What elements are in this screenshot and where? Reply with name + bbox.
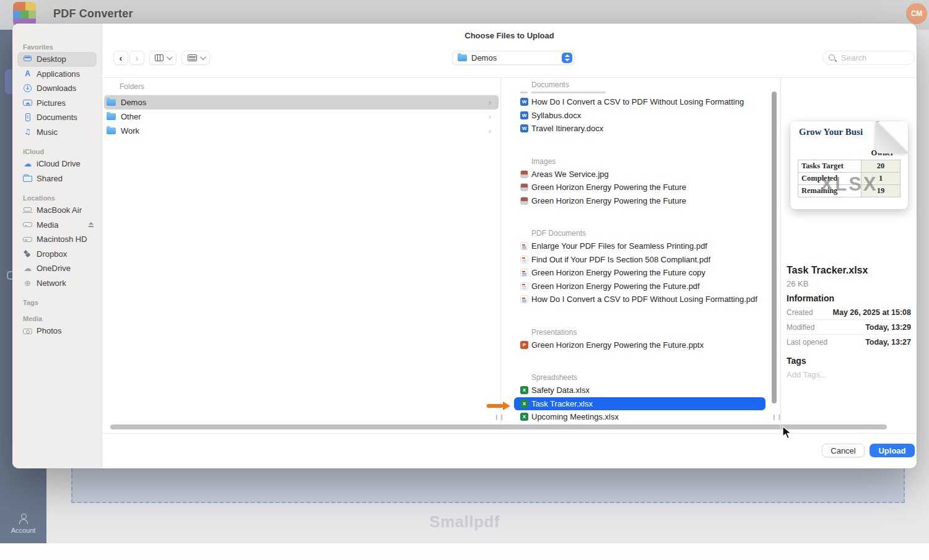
files-column: Documents WHow Do I Convert a CSV to PDF… xyxy=(503,77,770,430)
pdf-file-icon xyxy=(520,295,528,303)
file-row[interactable]: Find Out if Your PDF Is Section 508 Comp… xyxy=(503,253,770,267)
file-row[interactable]: How Do I Convert a CSV to PDF Without Lo… xyxy=(503,293,770,306)
file-section-documents: Documents WHow Do I Convert a CSV to PDF… xyxy=(503,79,770,136)
sidebar-item-dropbox[interactable]: Dropbox xyxy=(17,247,97,262)
column-view-button[interactable] xyxy=(149,51,177,65)
excel-file-icon: X xyxy=(520,413,528,421)
vertical-scrollbar[interactable] xyxy=(772,92,777,403)
sidebar-item-music[interactable]: Music xyxy=(17,125,97,140)
cancel-button[interactable]: Cancel xyxy=(822,444,865,457)
chevron-down-icon xyxy=(167,54,173,60)
section-header: Documents xyxy=(531,79,770,91)
folder-row-demos[interactable]: Demos› xyxy=(104,95,499,110)
sidebar-item-media[interactable]: Media xyxy=(17,218,97,233)
user-avatar[interactable]: CM xyxy=(906,3,927,24)
file-row[interactable]: PGreen Horizon Energy Powering the Futur… xyxy=(503,338,770,352)
pdf-file-icon xyxy=(520,242,528,250)
preview-file-size: 26 KB xyxy=(787,279,808,288)
location-dropdown[interactable]: Demos xyxy=(452,51,575,65)
sidebar-item-applications[interactable]: Applications xyxy=(17,67,97,82)
column-divider[interactable] xyxy=(500,77,501,430)
file-row[interactable]: WSyllabus.docx xyxy=(503,109,770,123)
sidebar-section-favorites: Favorites xyxy=(23,43,102,51)
folder-row-work[interactable]: Work› xyxy=(104,124,499,138)
file-row[interactable]: Enlarge Your PDF Files for Seamless Prin… xyxy=(503,239,770,253)
info-row-modified: ModifiedToday, 13:29 xyxy=(787,320,911,335)
finder-sidebar: Favorites Desktop Applications Downloads… xyxy=(12,24,102,468)
icloud-drive-icon xyxy=(23,159,32,168)
sidebar-item-shared[interactable]: Shared xyxy=(17,171,97,186)
chevron-down-icon xyxy=(199,54,206,60)
pdf-file-icon xyxy=(520,269,528,277)
hard-disk-icon xyxy=(23,235,32,244)
section-header: PDF Documents xyxy=(531,227,770,239)
sidebar-item-documents[interactable]: Documents xyxy=(17,110,97,125)
location-dropdown-value: Demos xyxy=(471,53,562,62)
dialog-title: Choose Files to Upload xyxy=(102,31,917,40)
preview-pane: Grow Your Busi Owner Tasks Target20 Comp… xyxy=(780,77,917,433)
sidebar-section-media: Media xyxy=(23,315,102,322)
eject-icon[interactable] xyxy=(88,222,94,228)
tags-title: Tags xyxy=(787,356,806,366)
horizontal-scrollbar[interactable] xyxy=(110,424,887,429)
upload-button[interactable]: Upload xyxy=(870,444,915,457)
file-row[interactable]: XSafety Data.xlsx xyxy=(503,384,770,397)
file-row[interactable]: Green Horizon Energy Powering the Future… xyxy=(503,266,770,280)
network-globe-icon xyxy=(23,278,32,288)
file-row[interactable]: Areas We Service.jpg xyxy=(503,168,770,181)
shared-folder-icon xyxy=(23,174,32,183)
column-view-icon xyxy=(155,54,164,61)
folders-column: Folders Demos› Other› Work› xyxy=(102,77,500,423)
info-row-last-opened: Last openedToday, 13:27 xyxy=(787,335,911,349)
folders-header: Folders xyxy=(120,82,500,91)
folder-icon xyxy=(107,127,116,134)
sidebar-item-pictures[interactable]: Pictures xyxy=(17,96,97,111)
app-logo-icon xyxy=(13,2,36,27)
file-row-selected[interactable]: XTask Tracker.xlsx xyxy=(503,397,770,411)
clipped-file-row xyxy=(503,91,770,95)
word-file-icon: W xyxy=(520,124,528,132)
sidebar-item-icloud-drive[interactable]: iCloud Drive xyxy=(17,157,97,171)
file-row[interactable]: WHow Do I Convert a CSV to PDF Without L… xyxy=(503,95,770,109)
powerpoint-file-icon: P xyxy=(520,341,528,349)
folder-row-other[interactable]: Other› xyxy=(104,110,499,124)
laptop-icon xyxy=(23,205,32,215)
dropbox-icon xyxy=(23,249,32,259)
sidebar-item-macintosh-hd[interactable]: Macintosh HD xyxy=(17,232,97,247)
search-input[interactable] xyxy=(840,53,909,63)
file-row[interactable]: XUpcoming Meetings.xlsx xyxy=(503,410,770,424)
section-header: Images xyxy=(531,155,770,168)
group-view-icon xyxy=(188,54,197,61)
file-section-pdf-documents: PDF Documents Enlarge Your PDF Files for… xyxy=(503,227,770,306)
pdf-file-icon xyxy=(520,256,528,264)
folder-icon xyxy=(107,99,116,106)
stepper-icon xyxy=(562,53,572,63)
app-title: PDF Converter xyxy=(53,7,133,20)
sidebar-item-desktop[interactable]: Desktop xyxy=(17,52,97,67)
file-row[interactable]: Green Horizon Energy Powering the Future xyxy=(503,181,770,194)
section-header: Presentations xyxy=(531,326,770,338)
sidebar-item-downloads[interactable]: Downloads xyxy=(17,81,97,96)
pictures-icon xyxy=(23,98,32,108)
sidebar-item-network[interactable]: Network xyxy=(17,276,97,291)
file-row[interactable]: WTravel Itinerary.docx xyxy=(503,122,770,136)
sidebar-item-macbook-air[interactable]: MacBook Air xyxy=(17,203,97,218)
bottom-strip xyxy=(0,543,929,560)
add-tags-field[interactable]: Add Tags... xyxy=(787,370,827,379)
chevron-right-icon: › xyxy=(489,112,491,121)
downloads-icon xyxy=(23,84,32,93)
forward-button[interactable]: › xyxy=(129,51,144,65)
folder-icon xyxy=(107,113,116,120)
info-row-created: CreatedMay 26, 2025 at 15:08 xyxy=(787,305,911,320)
pdf-file-icon xyxy=(520,282,528,290)
brand-watermark: Smallpdf xyxy=(0,512,929,532)
back-button[interactable]: ‹ xyxy=(113,51,128,65)
file-row[interactable]: Green Horizon Energy Powering the Future xyxy=(503,194,770,208)
search-field[interactable] xyxy=(822,51,915,65)
file-row[interactable]: Green Horizon Energy Powering the Future… xyxy=(503,280,770,293)
sidebar-item-onedrive[interactable]: OneDrive xyxy=(17,261,97,276)
sidebar-section-locations: Locations xyxy=(23,194,102,202)
group-view-button[interactable] xyxy=(181,51,210,65)
sidebar-item-photos[interactable]: Photos xyxy=(17,324,97,338)
column-resize-handle[interactable]: ❙❙ xyxy=(494,414,505,420)
